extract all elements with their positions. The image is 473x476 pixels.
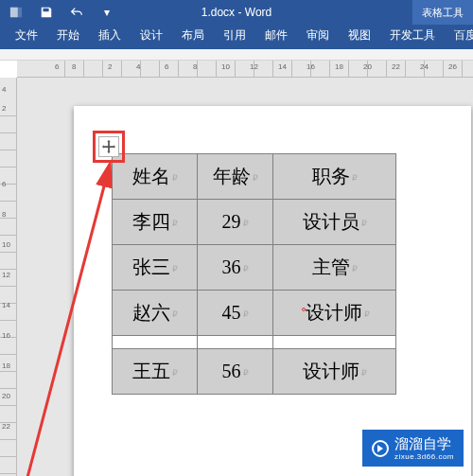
document-table[interactable]: 姓名₽ 年龄₽ 职务₽ 李四₽ 29₽ 设计员₽ 张三₽ 36₽ 主管₽ 赵六₽… (112, 153, 396, 395)
cell-marker-icon: ₽ (352, 173, 358, 183)
tab-insert[interactable]: 插入 (89, 23, 131, 49)
table-row[interactable]: 李四₽ 29₽ 设计员₽ (113, 200, 396, 245)
tab-view[interactable]: 视图 (339, 23, 380, 49)
tab-file[interactable]: 文件 (6, 23, 47, 49)
table-cell[interactable]: 李四₽ (113, 200, 198, 245)
ruler-tick: 10 (2, 240, 10, 249)
table-cell[interactable]: 赵六₽ (113, 291, 198, 336)
table-cell[interactable]: 张三₽ (113, 245, 198, 291)
ruler-tick: 20 (2, 392, 10, 400)
document-title: 1.docx - Word (201, 6, 272, 19)
cell-marker-icon: ₽ (243, 309, 249, 319)
table-cell[interactable]: 王五₽ (113, 349, 198, 395)
title-bar: ▾ 1.docx - Word 表格工具 (0, 0, 473, 25)
cell-marker-icon: ₽ (364, 309, 370, 319)
ruler-tick: 22 (392, 62, 400, 71)
table-cell[interactable]: 设计员₽ (273, 200, 396, 245)
table-cell[interactable]: 设计师₽ (273, 291, 396, 336)
cell-marker-icon: ₽ (243, 219, 249, 228)
watermark-badge: 溜溜自学 zixue.3d66.com (362, 430, 464, 467)
ruler-tick: 12 (250, 62, 258, 71)
cell-marker-icon: ₽ (172, 368, 178, 378)
table-cell[interactable]: 36₽ (198, 245, 273, 291)
ruler-tick: 14 (2, 301, 10, 309)
word-app-icon[interactable] (9, 6, 23, 19)
svg-rect-1 (10, 8, 18, 18)
cell-marker-icon: ₽ (243, 368, 249, 378)
cell-marker-icon: ₽ (172, 309, 178, 319)
ruler-tick: 4 (2, 85, 6, 94)
context-tab-group-label: 表格工具 (412, 0, 473, 25)
tab-home[interactable]: 开始 (47, 23, 89, 49)
cell-marker-icon: ₽ (172, 219, 178, 228)
play-icon (372, 440, 389, 457)
ruler-tick: 2 (108, 62, 112, 71)
document-area[interactable]: 姓名₽ 年龄₽ 职务₽ 李四₽ 29₽ 设计员₽ 张三₽ 36₽ 主管₽ 赵六₽… (17, 78, 473, 476)
table-cell[interactable]: 主管₽ (273, 245, 396, 291)
cell-marker-icon: ₽ (361, 368, 367, 378)
cell-marker-icon: ₽ (243, 264, 249, 273)
watermark-brand: 溜溜自学 (394, 435, 451, 451)
table-cell[interactable]: 45₽ (198, 291, 273, 336)
table-header-row[interactable]: 姓名₽ 年龄₽ 职务₽ (113, 154, 396, 200)
table-row[interactable]: 张三₽ 36₽ 主管₽ (113, 245, 396, 291)
table-row[interactable]: 赵六₽ 45₽ 设计师₽ (113, 291, 396, 336)
vertical-ruler[interactable]: 4 2 6 8 10 12 14 16 18 20 22 (0, 78, 17, 476)
ruler-tick: 18 (335, 62, 343, 71)
qat-customize-icon[interactable]: ▾ (100, 6, 114, 19)
ruler-tick: 6 (55, 62, 59, 71)
move-arrows-icon (102, 140, 115, 153)
ruler-tick: 2 (2, 104, 6, 113)
tab-design[interactable]: 设计 (131, 23, 172, 49)
cell-marker-icon: ₽ (172, 173, 178, 183)
tab-references[interactable]: 引用 (214, 23, 255, 49)
header-cell-name[interactable]: 姓名₽ (113, 154, 198, 200)
ruler-tick: 16 (307, 62, 315, 71)
ruler-tick: 20 (363, 62, 372, 71)
quick-access-toolbar: ▾ (0, 6, 114, 19)
cell-marker-icon: ₽ (253, 173, 258, 183)
cell-marker-icon: ₽ (361, 219, 367, 228)
ribbon-tabs: 文件 开始 插入 设计 布局 引用 邮件 审阅 视图 开发工具 百度网盘 设计 … (0, 25, 473, 49)
table-cell[interactable]: 29₽ (198, 200, 273, 245)
horizontal-ruler[interactable]: 6 8 2 4 6 8 10 12 14 16 18 20 22 24 26 (17, 61, 473, 78)
cell-marker-icon: ₽ (352, 264, 358, 273)
ruler-tick: 10 (221, 62, 230, 71)
table-cell[interactable]: 56₽ (198, 349, 273, 395)
table-row[interactable]: 王五₽ 56₽ 设计师₽ (113, 349, 396, 395)
ruler-tick: 4 (136, 62, 140, 71)
ruler-tick: 12 (2, 271, 10, 279)
ribbon-body-collapsed (0, 49, 473, 61)
table-blank-row[interactable] (113, 336, 396, 349)
ruler-tick: 18 (2, 361, 10, 370)
undo-icon[interactable] (70, 6, 83, 19)
watermark-url: zixue.3d66.com (394, 453, 454, 461)
save-icon[interactable] (40, 6, 53, 19)
tab-review[interactable]: 审阅 (297, 23, 339, 49)
ruler-tick: 26 (448, 62, 457, 71)
tab-developer[interactable]: 开发工具 (380, 23, 445, 49)
cell-marker-icon: ₽ (172, 264, 178, 273)
tab-baidu-netdisk[interactable]: 百度网盘 (445, 23, 473, 49)
tab-layout[interactable]: 布局 (172, 23, 214, 49)
table-move-handle[interactable] (98, 136, 119, 157)
workspace: 4 2 6 8 10 12 14 16 18 20 22 姓名₽ 年龄₽ 职务₽… (0, 78, 473, 476)
ruler-tick: 16 (2, 331, 10, 340)
ruler-tick: 8 (72, 62, 76, 71)
ruler-tick: 8 (2, 210, 6, 219)
ruler-tick: 6 (165, 62, 168, 71)
tab-mailings[interactable]: 邮件 (255, 23, 297, 49)
header-cell-age[interactable]: 年龄₽ (198, 154, 273, 200)
ruler-tick: 22 (2, 422, 10, 431)
ruler-tick: 14 (278, 62, 287, 71)
table-cell[interactable]: 设计师₽ (273, 349, 396, 395)
ruler-tick: 8 (193, 62, 197, 71)
header-cell-role[interactable]: 职务₽ (273, 154, 396, 200)
ruler-tick: 24 (420, 62, 429, 71)
ruler-tick: 6 (2, 180, 6, 188)
page[interactable]: 姓名₽ 年龄₽ 职务₽ 李四₽ 29₽ 设计员₽ 张三₽ 36₽ 主管₽ 赵六₽… (74, 106, 471, 476)
